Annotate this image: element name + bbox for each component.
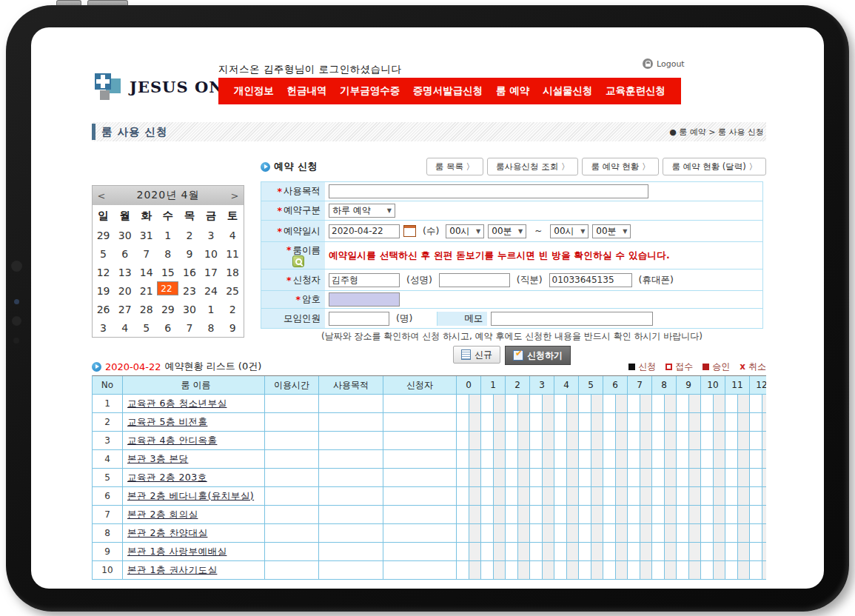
calendar-day[interactable]: 13 <box>114 263 135 281</box>
hour-cell <box>518 395 531 412</box>
hour-header: 9 <box>677 376 701 394</box>
nav-item[interactable]: 개인정보 <box>234 84 274 98</box>
calendar-day[interactable]: 30 <box>178 300 200 318</box>
memo-input[interactable] <box>491 312 653 326</box>
calendar-day[interactable]: 9 <box>222 318 244 337</box>
nav-item[interactable]: 교육훈련신청 <box>606 84 665 98</box>
logout-button[interactable]: Logout <box>643 58 685 69</box>
hour-cell <box>518 487 531 505</box>
calendar-day[interactable]: 3 <box>200 226 221 244</box>
room-link[interactable]: 교육관 2층 203호 <box>127 472 207 484</box>
hour-cell <box>457 450 469 468</box>
calendar-day[interactable]: 29 <box>157 300 178 318</box>
calendar-day[interactable]: 22 <box>157 281 178 295</box>
room-search-magnifier-icon[interactable] <box>292 255 304 267</box>
calendar-day[interactable]: 7 <box>135 244 157 263</box>
room-link[interactable]: 본관 2층 찬양대실 <box>127 527 207 540</box>
room-link[interactable]: 본관 1층 사랑부예배실 <box>127 546 227 558</box>
hour-cell <box>469 450 482 468</box>
nav-item[interactable]: 시설물신청 <box>543 84 593 98</box>
calendar-day[interactable]: 6 <box>157 318 178 337</box>
hour-cell <box>469 524 482 542</box>
phone-input[interactable] <box>549 273 632 287</box>
calendar-day[interactable]: 7 <box>178 318 200 337</box>
datetime-label: * 예약일시 <box>261 221 325 241</box>
toolbar-button[interactable]: 룸 예약 현황 (달력) 〉 <box>663 158 766 175</box>
start-hour-select[interactable]: 00시 ▼ <box>446 224 484 238</box>
calendar-day[interactable]: 5 <box>93 244 114 263</box>
calendar-day[interactable]: 2 <box>178 226 200 244</box>
people-count-input[interactable] <box>329 312 389 326</box>
room-table-wrap: No룸 이름이용시간사용목적신청자0123456789101112 1교육관 6… <box>92 375 766 580</box>
calendar-day[interactable]: 4 <box>222 226 244 244</box>
hour-cell <box>665 413 677 431</box>
calendar-day[interactable]: 29 <box>93 226 114 244</box>
calendar-next-button[interactable]: > <box>226 190 244 201</box>
reservation-type-select[interactable]: 하루 예약 ▼ <box>329 204 395 218</box>
hour-cell <box>665 469 677 486</box>
start-minute-select[interactable]: 00분 ▼ <box>488 224 526 238</box>
calendar-day[interactable]: 4 <box>114 318 135 337</box>
position-input[interactable] <box>439 273 510 287</box>
toolbar-button[interactable]: 룸 목록 〉 <box>426 158 483 175</box>
calendar-day[interactable]: 14 <box>135 263 157 281</box>
toolbar-button[interactable]: 룸 예약 현황 〉 <box>582 158 659 175</box>
calendar-day[interactable]: 16 <box>178 263 200 281</box>
calendar-day[interactable]: 6 <box>114 244 135 263</box>
app-logo[interactable]: JESUS ON <box>95 72 224 101</box>
purpose-cell <box>319 395 383 412</box>
calendar-grid: 2930311234567891011121314151617181920212… <box>93 226 244 337</box>
room-link[interactable]: 교육관 5층 비전홀 <box>127 416 207 429</box>
calendar-day[interactable]: 1 <box>200 300 221 318</box>
status-legend: 신청접수승인x취소 <box>628 361 766 373</box>
end-minute-select[interactable]: 00분 ▼ <box>592 224 631 238</box>
calendar-day[interactable]: 12 <box>93 263 114 281</box>
hour-cell <box>469 413 482 431</box>
calendar-day[interactable]: 1 <box>157 226 178 244</box>
end-hour-select[interactable]: 00시 ▼ <box>550 224 589 238</box>
hour-header: 1 <box>481 376 506 394</box>
nav-item[interactable]: 헌금내역 <box>287 84 327 98</box>
calendar-day[interactable]: 31 <box>135 226 157 244</box>
toolbar-button[interactable]: 룸사용신청 조회 〉 <box>487 158 578 175</box>
password-input[interactable] <box>329 292 400 307</box>
purpose-input[interactable] <box>329 184 648 198</box>
calendar-day[interactable]: 8 <box>157 244 178 263</box>
calendar-day[interactable]: 19 <box>93 281 114 300</box>
hour-cell <box>567 524 580 542</box>
calendar-day[interactable]: 10 <box>200 244 221 263</box>
calendar-day[interactable]: 25 <box>222 281 244 300</box>
nav-item[interactable]: 증명서발급신청 <box>413 84 483 98</box>
calendar-day[interactable]: 26 <box>93 300 114 318</box>
calendar-day[interactable]: 2 <box>222 300 244 318</box>
room-link[interactable]: 교육관 4층 안디옥홀 <box>127 435 217 447</box>
calendar-day[interactable]: 5 <box>135 318 157 337</box>
calendar-prev-button[interactable]: < <box>93 190 110 201</box>
calendar-day[interactable]: 28 <box>135 300 157 318</box>
room-link[interactable]: 본관 2층 회의실 <box>127 509 198 521</box>
calendar-day[interactable]: 15 <box>157 263 178 281</box>
hour-cell <box>481 506 494 523</box>
calendar-day[interactable]: 21 <box>135 281 157 300</box>
calendar-day[interactable]: 11 <box>222 244 244 263</box>
usage-time-cell <box>265 450 319 468</box>
calendar-day[interactable]: 27 <box>114 300 135 318</box>
room-link[interactable]: 본관 3층 본당 <box>127 453 188 466</box>
calendar-day[interactable]: 20 <box>114 281 135 300</box>
calendar-day[interactable]: 18 <box>222 263 244 281</box>
calendar-day[interactable]: 17 <box>200 263 221 281</box>
calendar-day[interactable]: 3 <box>93 318 114 337</box>
applicant-name-input[interactable] <box>329 273 400 287</box>
calendar-day[interactable]: 23 <box>178 281 200 300</box>
calendar-day[interactable]: 24 <box>200 281 221 300</box>
nav-item[interactable]: 기부금영수증 <box>340 84 400 98</box>
calendar-picker-icon[interactable] <box>403 225 416 237</box>
date-input[interactable] <box>329 224 400 238</box>
room-link[interactable]: 본관 1층 권사기도실 <box>127 564 217 577</box>
nav-item[interactable]: 룸 예약 <box>496 84 529 98</box>
room-link[interactable]: 교육관 6층 청소년부실 <box>127 398 227 410</box>
calendar-day[interactable]: 8 <box>200 318 221 337</box>
calendar-day[interactable]: 30 <box>114 226 135 244</box>
room-link[interactable]: 본관 2층 베다니홀(유치부실) <box>127 490 254 503</box>
calendar-day[interactable]: 9 <box>178 244 200 263</box>
